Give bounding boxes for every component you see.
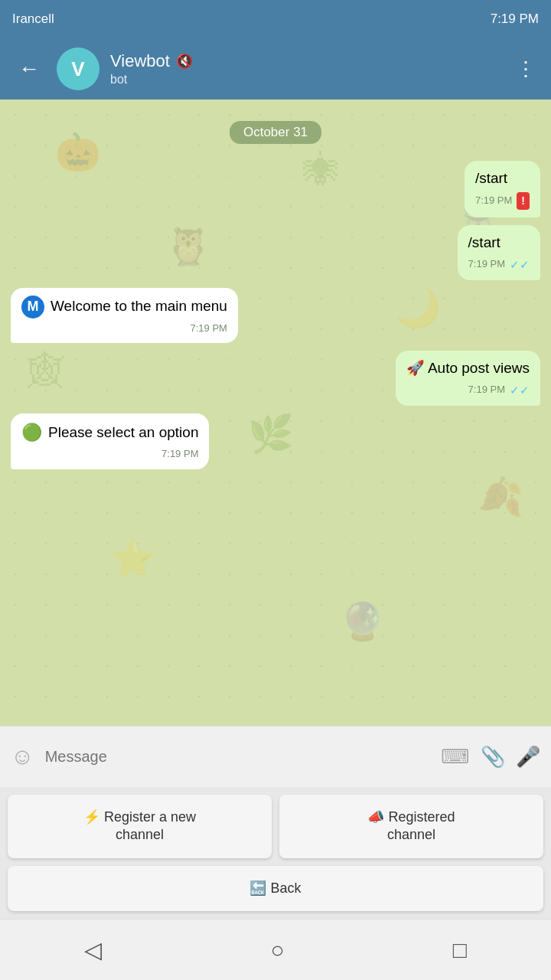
message-bubble: /start 7:19 PM !	[465, 161, 540, 217]
status-indicators: 7:19 PM	[491, 11, 539, 27]
message-time: 7:19 PM	[468, 383, 505, 397]
avatar: V	[57, 47, 99, 90]
date-badge: October 31	[230, 121, 321, 144]
message-row: M Welcome to the main menu 7:19 PM	[11, 288, 540, 343]
message-time: 7:19 PM	[191, 322, 227, 335]
message-input-area: ☺ ⌨ 📎 🎤	[0, 726, 551, 787]
message-time: 7:19 PM	[475, 194, 512, 207]
nav-home-button[interactable]: ○	[247, 929, 307, 971]
error-badge: !	[517, 192, 530, 211]
back-button-key[interactable]: 🔙 Back	[8, 866, 543, 911]
contact-name: Viewbot 🔇	[110, 51, 499, 71]
contact-subtitle: bot	[110, 73, 499, 87]
message-prefix: 🟢	[21, 421, 42, 445]
nav-back-button[interactable]: ◁	[61, 929, 125, 971]
message-bubble: M Welcome to the main menu 7:19 PM	[11, 288, 238, 343]
message-row: /start 7:19 PM !	[11, 161, 540, 217]
message-text: Please select an option	[48, 423, 198, 443]
read-ticks: ✓✓	[510, 382, 530, 398]
message-bubble: 🚀 Auto post views 7:19 PM ✓✓	[396, 351, 540, 406]
message-text: /start	[475, 168, 507, 189]
more-options-button[interactable]: ⋮	[510, 51, 542, 87]
message-time: 7:19 PM	[468, 257, 505, 271]
mic-button[interactable]: 🎤	[516, 745, 540, 769]
register-new-channel-button[interactable]: ⚡ Register a newchannel	[8, 795, 272, 858]
message-text: Welcome to the main menu	[51, 296, 227, 317]
chat-header: ← V Viewbot 🔇 bot ⋮	[0, 38, 551, 100]
bot-keyboard: ⚡ Register a newchannel 📣 Registeredchan…	[0, 787, 551, 919]
time-text: 7:19 PM	[491, 11, 539, 27]
message-row: 🟢 Please select an option 7:19 PM	[11, 413, 540, 469]
message-row: 🚀 Auto post views 7:19 PM ✓✓	[11, 351, 540, 406]
message-text: 🚀 Auto post views	[406, 358, 530, 379]
message-text: /start	[468, 233, 500, 253]
header-info: Viewbot 🔇 bot	[110, 51, 499, 87]
bot-keyboard-row-1: ⚡ Register a newchannel 📣 Registeredchan…	[8, 795, 543, 858]
message-prefix: M	[21, 296, 44, 318]
registered-channel-button[interactable]: 📣 Registeredchannel	[279, 795, 543, 858]
navigation-bar: ◁ ○ □	[0, 919, 551, 980]
message-bubble: /start 7:19 PM ✓✓	[458, 225, 540, 280]
message-input[interactable]	[45, 748, 430, 766]
chat-area: 🎃 🕷 ⚗️ 🦉 🌙 🕸 🌿 🍂 ⭐ 🔮 October 31 /start 7…	[0, 100, 551, 726]
status-bar: Irancell 7:19 PM	[0, 0, 551, 38]
message-row: /start 7:19 PM ✓✓	[11, 225, 540, 280]
nav-recent-button[interactable]: □	[430, 929, 490, 971]
bot-keyboard-row-2: 🔙 Back	[8, 866, 543, 911]
carrier-text: Irancell	[12, 11, 54, 27]
keyboard-button[interactable]: ⌨	[441, 745, 470, 769]
message-time: 7:19 PM	[161, 447, 198, 461]
attach-button[interactable]: 📎	[481, 745, 505, 769]
emoji-button[interactable]: ☺	[11, 743, 34, 769]
read-ticks: ✓✓	[510, 256, 530, 273]
message-bubble: 🟢 Please select an option 7:19 PM	[11, 413, 209, 469]
back-button[interactable]: ←	[12, 54, 46, 84]
mute-icon: 🔇	[176, 53, 193, 70]
